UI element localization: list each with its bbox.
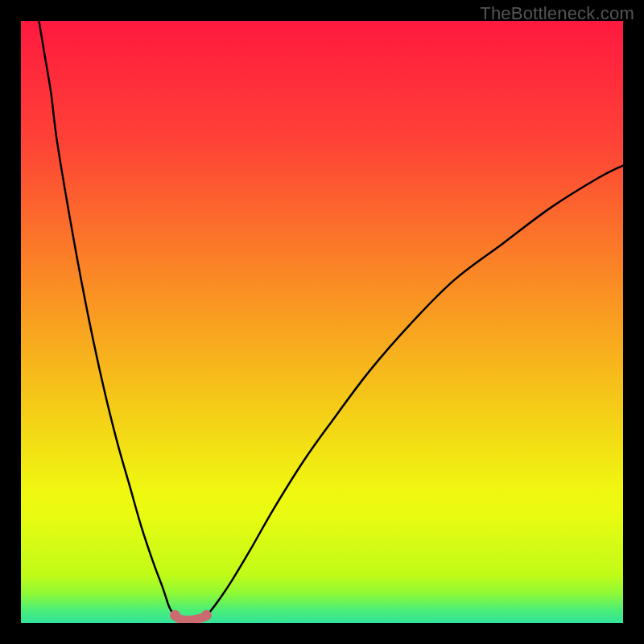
gradient-background bbox=[21, 21, 623, 623]
chart-frame: TheBottleneck.com bbox=[0, 0, 644, 644]
plot-area bbox=[21, 21, 623, 623]
svg-point-0 bbox=[170, 610, 180, 621]
svg-point-1 bbox=[201, 610, 212, 621]
bottleneck-curve-chart bbox=[21, 21, 623, 623]
